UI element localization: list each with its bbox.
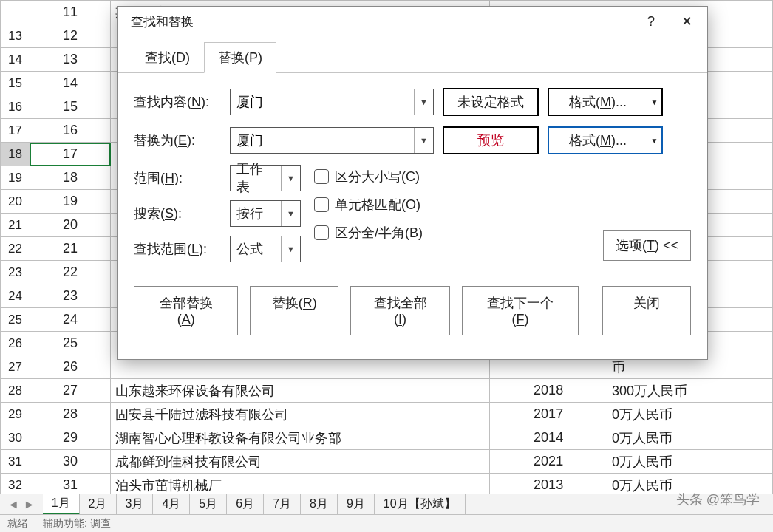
cell[interactable]: 23 [30, 284, 110, 308]
row-header[interactable]: 20 [1, 190, 30, 214]
row-header[interactable]: 16 [1, 95, 30, 119]
sheet-tab[interactable]: 7月 [264, 494, 301, 514]
cell[interactable]: 300万人民币 [607, 379, 773, 403]
table-row[interactable]: 2827山东越来环保设备有限公司2018300万人民币 [1, 379, 773, 403]
row-header[interactable]: 28 [1, 379, 30, 403]
replace-button[interactable]: 替换(R) [250, 286, 338, 335]
cell[interactable]: 24 [30, 308, 110, 332]
row-header[interactable]: 15 [1, 72, 30, 95]
match-case-checkbox[interactable]: 区分大小写(C) [314, 168, 423, 185]
replace-format-button[interactable]: 格式(M)... ▼ [548, 126, 663, 154]
cell[interactable]: 29 [30, 426, 110, 450]
cell[interactable]: 固安县千陆过滤科技有限公司 [111, 403, 490, 426]
row-header[interactable]: 23 [1, 261, 30, 284]
row-header[interactable]: 30 [1, 426, 30, 450]
cell[interactable]: 11 [30, 1, 110, 24]
match-cell-checkbox[interactable]: 单元格匹配(O) [314, 196, 423, 214]
row-header[interactable]: 21 [1, 214, 30, 237]
row-header[interactable]: 19 [1, 166, 30, 190]
sheet-tab[interactable]: 10月【孙斌】 [375, 494, 466, 514]
row-header[interactable]: 14 [1, 48, 30, 72]
row-header[interactable]: 13 [1, 24, 30, 48]
cell[interactable]: 2021 [490, 450, 607, 474]
sheet-tab[interactable]: 2月 [80, 494, 117, 514]
row-header[interactable]: 29 [1, 403, 30, 426]
row-header[interactable]: 26 [1, 332, 30, 355]
table-row[interactable]: 2928固安县千陆过滤科技有限公司20170万人民币 [1, 403, 773, 426]
tab-nav-next-icon[interactable]: ► [24, 498, 35, 511]
chevron-down-icon[interactable]: ▼ [647, 89, 661, 115]
help-button[interactable]: ? [633, 7, 669, 36]
cell[interactable]: 0万人民币 [607, 403, 773, 426]
cell[interactable]: 湖南智心心理科教设备有限公司业务部 [111, 426, 490, 450]
options-button[interactable]: 选项(T) << [603, 230, 691, 261]
find-input[interactable]: ▼ [230, 89, 434, 115]
lookin-select[interactable]: 公式 ▼ [230, 236, 301, 262]
replace-input[interactable]: ▼ [230, 127, 434, 154]
cell[interactable]: 19 [30, 190, 110, 214]
replace-dropdown-icon[interactable]: ▼ [414, 128, 433, 153]
cell[interactable]: 成都鲜到佳科技有限公司 [111, 450, 490, 474]
cell[interactable]: 17 [30, 143, 110, 166]
dialog-title: 查找和替换 [131, 13, 194, 30]
find-dropdown-icon[interactable]: ▼ [414, 89, 433, 115]
sheet-tab[interactable]: 4月 [153, 494, 190, 514]
scope-select[interactable]: 工作表 ▼ [230, 165, 301, 191]
sheet-tab[interactable]: 8月 [301, 494, 338, 514]
tab-replace[interactable]: 替换(P) [204, 42, 276, 73]
cell[interactable]: 28 [30, 403, 110, 426]
cell[interactable]: 2014 [490, 426, 607, 450]
cell[interactable]: 2018 [490, 379, 607, 403]
match-width-checkbox[interactable]: 区分全/半角(B) [314, 224, 423, 242]
cell[interactable]: 30 [30, 450, 110, 474]
sheet-tab[interactable]: 9月 [338, 494, 375, 514]
row-header[interactable]: 25 [1, 308, 30, 332]
cell[interactable]: 20 [30, 214, 110, 237]
cell[interactable]: 14 [30, 72, 110, 95]
status-ready: 就绪 [7, 517, 28, 531]
table-row[interactable]: 3130成都鲜到佳科技有限公司20210万人民币 [1, 450, 773, 474]
chevron-down-icon[interactable]: ▼ [281, 166, 300, 191]
cell[interactable]: 0万人民币 [607, 450, 773, 474]
cell[interactable]: 2017 [490, 403, 607, 426]
row-header[interactable]: 27 [1, 355, 30, 379]
cell[interactable]: 16 [30, 119, 110, 143]
row-header[interactable] [1, 1, 30, 24]
chevron-down-icon[interactable]: ▼ [647, 128, 661, 153]
chevron-down-icon[interactable]: ▼ [281, 201, 300, 226]
tab-nav-prev-icon[interactable]: ◄ [7, 498, 19, 511]
sheet-tab[interactable]: 5月 [190, 494, 227, 514]
chevron-down-icon[interactable]: ▼ [281, 236, 300, 262]
tab-find[interactable]: 查找(D) [131, 42, 204, 73]
search-select[interactable]: 按行 ▼ [230, 200, 301, 227]
cell[interactable]: 山东越来环保设备有限公司 [111, 379, 490, 403]
cell[interactable]: 18 [30, 166, 110, 190]
cell[interactable]: 26 [30, 355, 110, 379]
row-header[interactable]: 22 [1, 237, 30, 261]
sheet-tab[interactable]: 3月 [117, 494, 154, 514]
row-header[interactable]: 31 [1, 450, 30, 474]
dialog-tabs: 查找(D) 替换(P) [118, 36, 707, 73]
find-input-field[interactable] [231, 89, 414, 115]
replace-input-field[interactable] [231, 128, 414, 153]
cell[interactable]: 15 [30, 95, 110, 119]
cell[interactable]: 25 [30, 332, 110, 355]
close-button[interactable]: 关闭 [602, 286, 691, 335]
cell[interactable]: 21 [30, 237, 110, 261]
cell[interactable]: 0万人民币 [607, 426, 773, 450]
sheet-tab[interactable]: 1月 [43, 494, 80, 514]
sheet-tab[interactable]: 6月 [227, 494, 264, 514]
cell[interactable]: 12 [30, 24, 110, 48]
replace-all-button[interactable]: 全部替换(A) [134, 286, 238, 335]
cell[interactable]: 13 [30, 48, 110, 72]
table-row[interactable]: 3029湖南智心心理科教设备有限公司业务部20140万人民币 [1, 426, 773, 450]
find-next-button[interactable]: 查找下一个(F) [462, 286, 579, 335]
row-header[interactable]: 24 [1, 284, 30, 308]
row-header[interactable]: 18 [1, 143, 30, 166]
cell[interactable]: 27 [30, 379, 110, 403]
find-format-button[interactable]: 格式(M)... ▼ [548, 88, 663, 116]
find-all-button[interactable]: 查找全部(I) [350, 286, 449, 335]
cell[interactable]: 22 [30, 261, 110, 284]
row-header[interactable]: 17 [1, 119, 30, 143]
close-icon[interactable]: ✕ [669, 7, 704, 36]
